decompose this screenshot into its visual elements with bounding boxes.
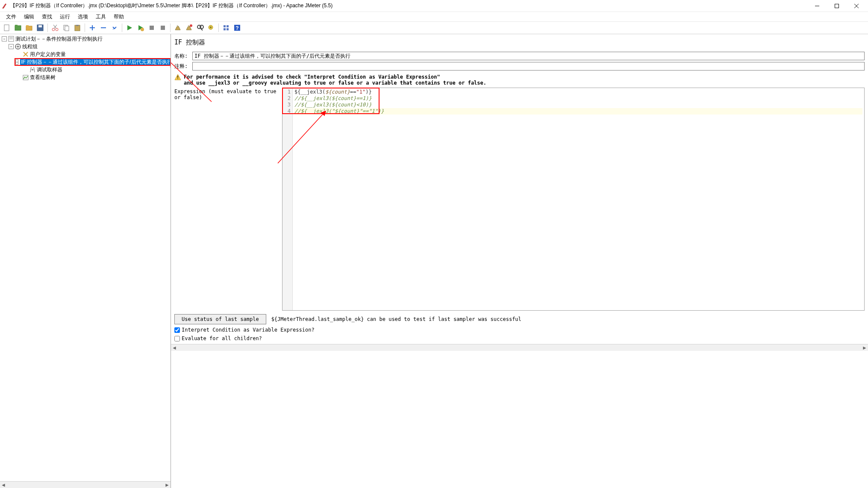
svg-rect-7	[26, 26, 32, 30]
copy-button[interactable]	[61, 23, 71, 33]
toolbar: ?	[0, 21, 868, 34]
panel-scrollbar[interactable]: ◄ ►	[171, 344, 868, 351]
cut-button[interactable]	[50, 23, 60, 33]
minimize-button[interactable]	[807, 0, 827, 12]
panel-heading: IF 控制器	[171, 34, 868, 51]
tree-root[interactable]: − 测试计划－－条件控制器用于控制执行	[0, 35, 171, 43]
collapse-icon[interactable]: −	[9, 44, 14, 49]
function-helper-button[interactable]	[221, 23, 231, 33]
window-title: 【P29】IF 控制器（If Controller）.jmx (D:\Deskt…	[10, 2, 807, 9]
search-button[interactable]	[195, 23, 205, 33]
clear-all-button[interactable]	[184, 23, 194, 33]
svg-point-11	[52, 28, 55, 31]
status-hint: ${JMeterThread.last_sample_ok} can be us…	[271, 316, 521, 322]
expression-label: Expression (must evaluate to true or fal…	[174, 88, 282, 100]
new-button[interactable]	[2, 23, 12, 33]
svg-rect-6	[15, 25, 18, 26]
scroll-right-icon[interactable]: ►	[861, 344, 868, 351]
save-button[interactable]	[35, 23, 45, 33]
expression-editor[interactable]: 1234 ${__jexl3(${count}=="1")} //${__jex…	[282, 88, 865, 311]
svg-point-22	[141, 28, 144, 31]
main-area: − 测试计划－－条件控制器用于控制执行 − 线程组 用户定义的变量 − IF 控…	[0, 34, 868, 488]
hint-line2: and use __jexl3 or __groovy evaluating t…	[184, 80, 486, 86]
svg-rect-4	[4, 25, 9, 31]
svg-rect-1	[835, 4, 839, 8]
svg-rect-5	[15, 26, 21, 30]
interpret-label: Interpret Condition as Variable Expressi…	[182, 327, 315, 333]
start-no-pause-button[interactable]	[135, 23, 146, 33]
evaluate-label: Evaluate for all children?	[182, 335, 262, 341]
tree-pane[interactable]: − 测试计划－－条件控制器用于控制执行 − 线程组 用户定义的变量 − IF 控…	[0, 34, 171, 488]
collapse-icon[interactable]: −	[15, 59, 18, 65]
menubar: 文件 编辑 查找 运行 选项 工具 帮助	[0, 12, 868, 21]
svg-text:?: ?	[235, 25, 238, 31]
window-controls	[807, 0, 866, 12]
hint-line1: For performance it is advised to check "…	[184, 74, 486, 80]
paste-button[interactable]	[72, 23, 82, 33]
name-input[interactable]	[192, 52, 865, 60]
tree-label: 查看结果树	[30, 74, 56, 81]
menu-tools[interactable]: 工具	[92, 12, 109, 21]
tree-label: 线程组	[22, 43, 38, 50]
evaluate-checkbox-row[interactable]: Evaluate for all children?	[174, 335, 865, 341]
right-pane: IF 控制器 名称: 注释: ! For performance it is a…	[171, 34, 868, 488]
interpret-checkbox[interactable]	[174, 327, 180, 333]
tree-label: 调试取样器	[37, 66, 62, 73]
collapse-icon[interactable]: −	[2, 36, 7, 41]
menu-search[interactable]: 查找	[38, 12, 56, 21]
uservars-icon	[22, 51, 29, 58]
comments-label: 注释:	[174, 63, 192, 70]
name-label: 名称:	[174, 53, 192, 60]
close-button[interactable]	[847, 0, 866, 12]
editor-code[interactable]: ${__jexl3(${count}=="1")} //${__jexl3(${…	[293, 88, 864, 310]
start-button[interactable]	[124, 23, 135, 33]
tree-label: IF 控制器－－通过该组件，可以控制其下面的子/后代元素是否执行	[20, 59, 171, 66]
collapse-button[interactable]	[98, 23, 109, 33]
titlebar: 【P29】IF 控制器（If Controller）.jmx (D:\Deskt…	[0, 0, 868, 12]
reset-search-button[interactable]	[206, 23, 216, 33]
app-icon	[2, 3, 8, 9]
comments-input[interactable]	[192, 62, 865, 71]
svg-point-53	[32, 69, 33, 71]
svg-rect-35	[224, 28, 226, 30]
tree-label: 用户定义的变量	[30, 51, 66, 58]
tree-if-controller[interactable]: − IF 控制器－－通过该组件，可以控制其下面的子/后代元素是否执行	[0, 58, 171, 66]
expand-button[interactable]	[87, 23, 97, 33]
tree-debug-sampler[interactable]: 调试取样器	[0, 66, 171, 73]
editor-gutter: 1234	[282, 88, 293, 310]
scroll-left-icon[interactable]: ◄	[171, 344, 178, 351]
menu-file[interactable]: 文件	[3, 12, 20, 21]
scroll-right-icon[interactable]: ►	[164, 482, 171, 488]
stop-button[interactable]	[147, 23, 157, 33]
menu-help[interactable]: 帮助	[110, 12, 127, 21]
toggle-button[interactable]	[109, 23, 120, 33]
testplan-icon	[8, 35, 15, 42]
scroll-left-icon[interactable]: ◄	[0, 482, 7, 488]
tree-scrollbar[interactable]: ◄ ►	[0, 481, 171, 488]
menu-options[interactable]: 选项	[74, 12, 91, 21]
svg-line-13	[54, 25, 57, 29]
interpret-checkbox-row[interactable]: Interpret Condition as Variable Expressi…	[174, 327, 865, 333]
clear-button[interactable]	[173, 23, 183, 33]
svg-rect-33	[224, 25, 226, 27]
svg-text:!: !	[177, 75, 179, 80]
open-button[interactable]	[24, 23, 34, 33]
help-button[interactable]: ?	[232, 23, 242, 33]
svg-rect-18	[76, 25, 79, 26]
maximize-button[interactable]	[827, 0, 847, 12]
svg-rect-23	[150, 26, 154, 30]
svg-rect-10	[38, 25, 42, 27]
menu-run[interactable]: 运行	[56, 12, 74, 21]
tree-user-vars[interactable]: 用户定义的变量	[0, 50, 171, 58]
use-status-button[interactable]: Use status of last sample	[174, 314, 266, 324]
menu-edit[interactable]: 编辑	[21, 12, 38, 21]
evaluate-checkbox[interactable]	[174, 336, 180, 341]
shutdown-button[interactable]	[158, 23, 168, 33]
svg-point-27	[190, 24, 192, 27]
tree-label: 测试计划－－条件控制器用于控制执行	[15, 35, 103, 43]
svg-point-43	[17, 46, 19, 47]
svg-rect-24	[161, 26, 165, 30]
templates-button[interactable]	[13, 23, 23, 33]
tree-view-results[interactable]: 查看结果树	[0, 73, 171, 81]
tree-thread-group[interactable]: − 线程组	[0, 43, 171, 50]
